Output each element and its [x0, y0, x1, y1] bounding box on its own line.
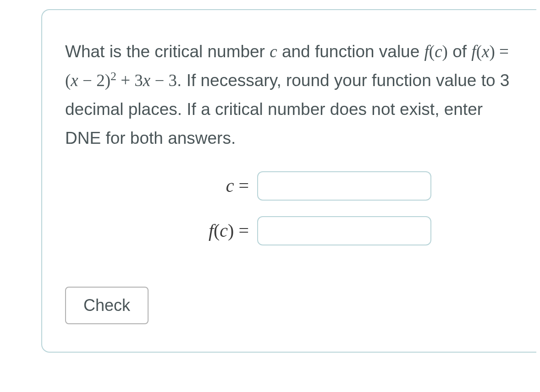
question-mid2: of — [448, 42, 471, 61]
c-input-row: c = — [147, 171, 431, 201]
fc-term: f(c) — [424, 42, 448, 61]
question-text: What is the critical number c and functi… — [65, 38, 513, 153]
fc-label: f(c) = — [209, 220, 249, 241]
c-input[interactable] — [257, 171, 431, 201]
question-panel: What is the critical number c and functi… — [41, 9, 536, 353]
button-row: Check — [65, 287, 513, 324]
question-intro: What is the critical number — [65, 42, 270, 61]
var-c: c — [270, 42, 277, 61]
c-label: c = — [226, 175, 249, 196]
fc-input-row: f(c) = — [147, 216, 431, 245]
check-button[interactable]: Check — [65, 287, 149, 324]
fc-input[interactable] — [257, 216, 431, 245]
question-mid1: and function value — [277, 42, 424, 61]
inputs-area: c = f(c) = — [65, 171, 513, 245]
